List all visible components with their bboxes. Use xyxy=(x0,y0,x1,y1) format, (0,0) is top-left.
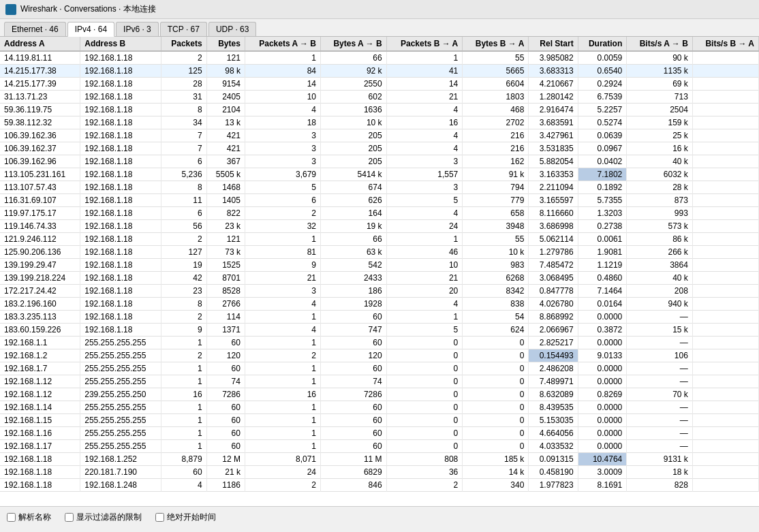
table-cell xyxy=(692,104,758,116)
col-address-b[interactable]: Address B xyxy=(80,37,161,51)
table-cell: 626 xyxy=(321,194,387,207)
table-cell: 1 xyxy=(161,375,206,388)
tab-tcp[interactable]: TCP · 67 xyxy=(160,22,207,36)
table-row[interactable]: 192.168.1.12239.255.255.2501672861672860… xyxy=(0,388,759,401)
table-row[interactable]: 106.39.162.37192.168.1.187421320542163.5… xyxy=(0,142,759,155)
table-row[interactable]: 192.168.1.2255.255.255.25521202120000.15… xyxy=(0,349,759,362)
table-cell: 9154 xyxy=(206,78,245,91)
table-row[interactable]: 113.107.57.43192.168.1.1881468567437942.… xyxy=(0,181,759,194)
table-cell: 116.31.69.107 xyxy=(0,194,80,207)
table-row[interactable]: 192.168.1.16255.255.255.255160160004.664… xyxy=(0,427,759,440)
table-row[interactable]: 192.168.1.14255.255.255.255160160008.439… xyxy=(0,401,759,414)
table-cell xyxy=(692,427,758,440)
table-cell: 4 xyxy=(245,298,320,311)
table-row[interactable]: 113.105.231.161192.168.1.185,2365505 k3,… xyxy=(0,168,759,181)
table-cell xyxy=(692,272,758,285)
conversations-table-container[interactable]: Address A Address B Packets Bytes Packet… xyxy=(0,37,759,506)
table-cell: 34 xyxy=(161,116,206,129)
table-cell: 7 xyxy=(161,142,206,155)
table-row[interactable]: 106.39.162.96192.168.1.186367320531625.8… xyxy=(0,155,759,168)
table-cell: 2.211094 xyxy=(529,181,578,194)
table-row[interactable]: 192.168.1.18192.168.1.24841186284623401.… xyxy=(0,479,759,492)
table-row[interactable]: 14.215.177.39192.168.1.18289154142550146… xyxy=(0,78,759,91)
table-row[interactable]: 106.39.162.36192.168.1.187421320542163.4… xyxy=(0,129,759,142)
table-cell: 0.4860 xyxy=(578,272,627,285)
table-cell: 2.825217 xyxy=(529,337,578,349)
table-row[interactable]: 139.199.29.47192.168.1.18191525954210983… xyxy=(0,259,759,272)
table-row[interactable]: 119.97.175.17192.168.1.186822216446588.1… xyxy=(0,207,759,220)
table-cell xyxy=(692,220,758,233)
table-row[interactable]: 192.168.1.18220.181.7.1906021 k246829361… xyxy=(0,466,759,479)
col-duration[interactable]: Duration xyxy=(578,37,627,51)
table-cell: 14 xyxy=(245,78,320,91)
table-row[interactable]: 183.3.235.113192.168.1.1821141601548.868… xyxy=(0,311,759,324)
table-row[interactable]: 183.2.196.160192.168.1.18827664192848384… xyxy=(0,298,759,311)
table-cell: 2.916474 xyxy=(529,104,578,116)
checkbox-filter-limit-input[interactable] xyxy=(65,513,74,522)
col-packets-a-b[interactable]: Packets A → B xyxy=(245,37,320,51)
table-cell: 90 k xyxy=(627,51,693,65)
table-cell: 1 xyxy=(161,414,206,427)
table-cell: 713 xyxy=(627,91,693,104)
table-row[interactable]: 14.119.81.11192.168.1.1821211661553.9850… xyxy=(0,51,759,65)
table-row[interactable]: 116.31.69.107192.168.1.18111405662657793… xyxy=(0,194,759,207)
table-cell: 0.0000 xyxy=(578,362,627,375)
col-rel-start[interactable]: Rel Start xyxy=(529,37,578,51)
col-bytes-a-b[interactable]: Bytes A → B xyxy=(321,37,387,51)
col-address-a[interactable]: Address A xyxy=(0,37,80,51)
table-row[interactable]: 192.168.1.1255.255.255.255160160002.8252… xyxy=(0,337,759,349)
col-bytes[interactable]: Bytes xyxy=(206,37,245,51)
table-row[interactable]: 31.13.71.23192.168.1.1831240510602211803… xyxy=(0,91,759,104)
table-cell: 1135 k xyxy=(627,65,693,78)
table-row[interactable]: 59.36.119.75192.168.1.18821044163644682.… xyxy=(0,104,759,116)
table-row[interactable]: 183.60.159.226192.168.1.1891371474756242… xyxy=(0,324,759,337)
table-row[interactable]: 139.199.218.224192.168.1.184287012124332… xyxy=(0,272,759,285)
col-bits-b-a[interactable]: Bits/s B → A xyxy=(692,37,758,51)
table-cell: 192.168.1.2 xyxy=(0,349,80,362)
table-cell: 7286 xyxy=(206,388,245,401)
table-row[interactable]: 59.38.112.32192.168.1.183413 k1810 k1627… xyxy=(0,116,759,129)
table-cell: 18 k xyxy=(627,466,693,479)
table-cell: 40 k xyxy=(627,272,693,285)
table-cell: 5505 k xyxy=(206,168,245,181)
table-cell: — xyxy=(627,375,693,388)
col-bytes-b-a[interactable]: Bytes B → A xyxy=(463,37,529,51)
table-cell: 255.255.255.255 xyxy=(80,375,161,388)
table-cell: 106.39.162.96 xyxy=(0,155,80,168)
table-cell: 66 xyxy=(321,51,387,65)
table-row[interactable]: 192.168.1.7255.255.255.255160160002.4862… xyxy=(0,362,759,375)
tab-ipv6[interactable]: IPv6 · 3 xyxy=(116,22,159,36)
tab-ethernet[interactable]: Ethernet · 46 xyxy=(4,22,66,36)
checkbox-abs-start-input[interactable] xyxy=(155,513,164,522)
table-cell: 81 xyxy=(245,246,320,259)
table-cell: 8,071 xyxy=(245,453,320,466)
col-packets-b-a[interactable]: Packets B → A xyxy=(386,37,463,51)
table-cell: 8.439535 xyxy=(529,401,578,414)
table-row[interactable]: 192.168.1.18192.168.1.2528,87912 M8,0711… xyxy=(0,453,759,466)
table-row[interactable]: 192.168.1.17255.255.255.255160160004.033… xyxy=(0,440,759,453)
table-row[interactable]: 119.146.74.33192.168.1.185623 k3219 k243… xyxy=(0,220,759,233)
tab-ipv4[interactable]: IPv4 · 64 xyxy=(67,22,114,37)
table-cell: 6 xyxy=(245,194,320,207)
table-row[interactable]: 14.215.177.38192.168.1.1812598 k8492 k41… xyxy=(0,65,759,78)
col-packets[interactable]: Packets xyxy=(161,37,206,51)
checkbox-abs-start[interactable]: 绝对开始时间 xyxy=(155,512,216,523)
table-cell: 192.168.1.18 xyxy=(80,65,161,78)
table-row[interactable]: 192.168.1.12255.255.255.255174174007.489… xyxy=(0,375,759,388)
table-row[interactable]: 121.9.246.112192.168.1.1821211661555.062… xyxy=(0,233,759,246)
checkbox-filter-limit[interactable]: 显示过滤器的限制 xyxy=(65,512,142,523)
table-cell: 11 M xyxy=(321,453,387,466)
checkbox-resolve-names-input[interactable] xyxy=(7,513,16,522)
table-row[interactable]: 192.168.1.15255.255.255.255160160005.153… xyxy=(0,414,759,427)
table-row[interactable]: 125.90.206.136192.168.1.1812773 k8163 k4… xyxy=(0,246,759,259)
table-cell: 1405 xyxy=(206,194,245,207)
table-row[interactable]: 172.217.24.42192.168.1.18238528318620834… xyxy=(0,285,759,298)
table-cell xyxy=(692,324,758,337)
checkbox-resolve-names[interactable]: 解析名称 xyxy=(7,512,51,523)
table-cell: 28 xyxy=(161,78,206,91)
table-cell: 10 xyxy=(386,259,463,272)
table-cell: 59.36.119.75 xyxy=(0,104,80,116)
tab-udp[interactable]: UDP · 63 xyxy=(208,22,256,36)
col-bits-a-b[interactable]: Bits/s A → B xyxy=(627,37,693,51)
table-cell: 1 xyxy=(245,375,320,388)
